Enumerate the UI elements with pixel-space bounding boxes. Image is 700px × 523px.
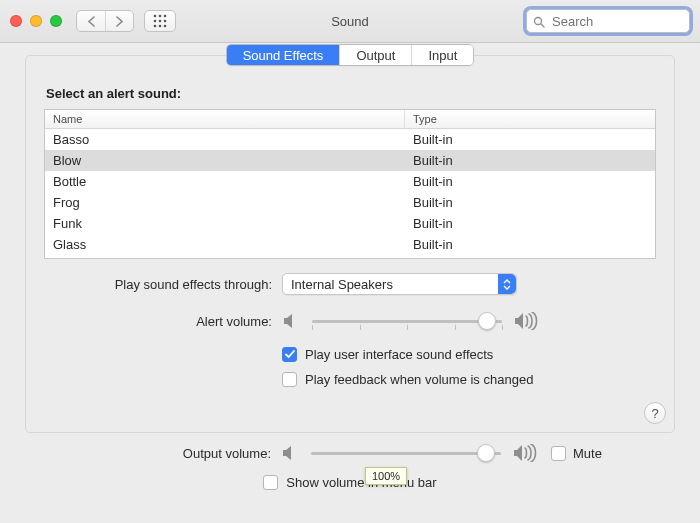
footer: Output volume: Mute 100% Show volume in … [25, 437, 675, 505]
tab-sound-effects[interactable]: Sound Effects [227, 45, 340, 65]
show-all-prefs-button[interactable] [144, 10, 176, 32]
ui-sounds-row: Play user interface sound effects [282, 347, 656, 362]
chevron-left-icon [87, 16, 96, 27]
svg-point-8 [164, 25, 167, 28]
speaker-high-icon [513, 444, 539, 462]
checkmark-icon [285, 350, 295, 359]
svg-point-6 [154, 25, 157, 28]
ui-sounds-checkbox[interactable] [282, 347, 297, 362]
alert-volume-label: Alert volume: [44, 314, 282, 329]
slider-thumb[interactable] [478, 312, 496, 330]
mute-row: Mute [551, 446, 602, 461]
tab-input[interactable]: Input [411, 45, 473, 65]
svg-point-9 [535, 18, 542, 25]
tab-row: Sound Effects Output Input [44, 44, 656, 66]
slider-thumb[interactable] [477, 444, 495, 462]
window-controls [10, 15, 62, 27]
forward-button[interactable] [105, 11, 133, 31]
menubar-row: Show volume in menu bar [43, 475, 657, 490]
svg-line-10 [541, 24, 544, 27]
alert-volume-slider[interactable] [312, 311, 502, 331]
menubar-checkbox[interactable] [263, 475, 278, 490]
minimize-window-button[interactable] [30, 15, 42, 27]
table-row[interactable]: BassoBuilt-in [45, 129, 655, 150]
menubar-label: Show volume in menu bar [286, 475, 436, 490]
grid-icon [153, 14, 167, 28]
play-through-row: Play sound effects through: Internal Spe… [44, 273, 656, 295]
section-heading: Select an alert sound: [46, 86, 656, 101]
svg-point-0 [154, 15, 157, 18]
zoom-window-button[interactable] [50, 15, 62, 27]
table-row[interactable]: BlowBuilt-in [45, 150, 655, 171]
close-window-button[interactable] [10, 15, 22, 27]
tab-output[interactable]: Output [339, 45, 411, 65]
mute-checkbox[interactable] [551, 446, 566, 461]
search-input[interactable] [550, 13, 700, 30]
svg-point-3 [154, 20, 157, 23]
volume-tooltip: 100% [365, 467, 407, 485]
titlebar: Sound [0, 0, 700, 43]
ui-sounds-label: Play user interface sound effects [305, 347, 493, 362]
col-type[interactable]: Type [405, 110, 655, 128]
speaker-high-icon [514, 312, 540, 330]
inset-panel: Sound Effects Output Input Select an ale… [25, 55, 675, 433]
svg-point-7 [159, 25, 162, 28]
checkbox-group: Play user interface sound effects Play f… [282, 347, 656, 387]
tab-segmented-control: Sound Effects Output Input [226, 44, 475, 66]
output-volume-label: Output volume: [43, 446, 281, 461]
play-through-select[interactable]: Internal Speakers [282, 273, 517, 295]
search-icon [533, 14, 545, 29]
mute-label: Mute [573, 446, 602, 461]
feedback-row: Play feedback when volume is changed [282, 372, 656, 387]
feedback-checkbox[interactable] [282, 372, 297, 387]
speaker-low-icon [281, 445, 299, 462]
feedback-label: Play feedback when volume is changed [305, 372, 533, 387]
select-stepper-icon [498, 274, 516, 294]
svg-point-4 [159, 20, 162, 23]
nav-back-forward [76, 10, 134, 32]
svg-point-2 [164, 15, 167, 18]
chevron-right-icon [115, 16, 124, 27]
table-row[interactable]: BottleBuilt-in [45, 171, 655, 192]
table-row[interactable]: FrogBuilt-in [45, 192, 655, 213]
table-row[interactable]: GlassBuilt-in [45, 234, 655, 255]
search-field[interactable] [526, 9, 690, 33]
alert-sound-table: Name Type BassoBuilt-in BlowBuilt-in Bot… [44, 109, 656, 259]
table-row[interactable]: FunkBuilt-in [45, 213, 655, 234]
col-name[interactable]: Name [45, 110, 405, 128]
svg-point-5 [164, 20, 167, 23]
play-through-value: Internal Speakers [291, 277, 393, 292]
svg-point-1 [159, 15, 162, 18]
output-volume-slider[interactable] [311, 443, 501, 463]
output-volume-row: Output volume: Mute [43, 443, 657, 463]
main-pane: Sound Effects Output Input Select an ale… [25, 55, 675, 513]
table-header: Name Type [45, 110, 655, 129]
back-button[interactable] [77, 11, 105, 31]
alert-volume-row: Alert volume: [44, 311, 656, 331]
play-through-label: Play sound effects through: [44, 277, 282, 292]
table-body: BassoBuilt-in BlowBuilt-in BottleBuilt-i… [45, 129, 655, 255]
speaker-low-icon [282, 313, 300, 330]
help-button[interactable]: ? [644, 402, 666, 424]
